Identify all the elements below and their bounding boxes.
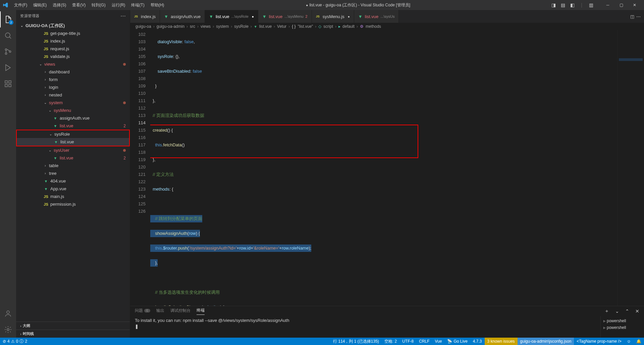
file-request-js[interactable]: JSrequest.js <box>16 45 130 53</box>
layout-grid-icon[interactable]: ▥ <box>587 1 595 9</box>
file-get-page-title[interactable]: JSget-page-title.js <box>16 29 130 37</box>
editor-area: JSindex.js ▼assignAuth.vue ▼list.vue...\… <box>130 10 644 338</box>
minimize-button[interactable]: ─ <box>601 0 614 10</box>
breadcrumbs[interactable]: guigu-oa› guigu-oa-admin› src› views› sy… <box>130 23 644 30</box>
tab-list-sysrole[interactable]: ▼list.vue...\sysRole● <box>205 10 258 23</box>
status-feedback-icon[interactable]: ☺ <box>624 338 634 345</box>
layout-right-icon[interactable]: ◧ <box>568 1 576 9</box>
file-list-sysrole[interactable]: ▼list.vue <box>17 138 129 146</box>
folder-nested[interactable]: ›nested <box>16 91 130 99</box>
menu-view[interactable]: 查看(V) <box>69 1 88 9</box>
svg-rect-5 <box>9 81 11 83</box>
terminal-item-1[interactable]: ▹powershell <box>603 318 641 324</box>
file-list-sysuser[interactable]: ▼list.vue2 <box>16 154 130 162</box>
menu-selection[interactable]: 选择(S) <box>50 1 69 9</box>
file-assignauth[interactable]: ▼assignAuth.vue <box>16 114 130 122</box>
terminal-output[interactable]: To install it, you can run: npm install … <box>130 316 600 338</box>
tab-sysmenu-js[interactable]: JSsysMenu.js● <box>312 10 354 23</box>
lightbulb-icon[interactable]: 💡 <box>150 126 151 133</box>
status-language[interactable]: Vue <box>432 338 445 345</box>
panel-add-icon[interactable]: ＋ <box>604 308 609 314</box>
tab-index-js[interactable]: JSindex.js <box>130 10 160 23</box>
activity-explorer[interactable]: 2 <box>0 11 16 27</box>
panel-maximize-icon[interactable]: ⌃ <box>625 308 629 314</box>
svg-point-1 <box>5 49 7 51</box>
menu-terminal[interactable]: 终端(T) <box>128 1 147 9</box>
activity-account[interactable] <box>0 305 16 322</box>
tab-assignauth[interactable]: ▼assignAuth.vue <box>160 10 205 23</box>
terminal-item-2[interactable]: ▹powershell <box>603 324 641 331</box>
outline-section[interactable]: ›大纲 <box>16 322 130 330</box>
file-index-js[interactable]: JSindex.js <box>16 37 130 45</box>
status-bell-icon[interactable]: 🔔 <box>634 338 644 345</box>
svg-point-8 <box>7 311 9 314</box>
svg-point-9 <box>7 329 9 331</box>
svg-rect-4 <box>5 81 7 83</box>
menu-help[interactable]: 帮助(H) <box>148 1 167 9</box>
file-mainjs[interactable]: JSmain.js <box>16 193 130 200</box>
folder-dashboard[interactable]: ›dashboard <box>16 68 130 76</box>
menu-go[interactable]: 转到(G) <box>89 1 108 9</box>
code-editor[interactable]: 1021031041051061071081091101111121131141… <box>130 30 644 306</box>
status-errors[interactable]: ⊘4⚠0ⓘ2 <box>0 338 30 345</box>
maximize-button[interactable]: ▢ <box>614 0 628 10</box>
folder-table[interactable]: ›table <box>16 162 130 169</box>
folder-views[interactable]: ⌄views <box>16 60 130 68</box>
sidebar-more-icon[interactable]: ⋯ <box>120 13 126 19</box>
menu-run[interactable]: 运行(R) <box>109 1 128 9</box>
activity-extensions[interactable] <box>0 76 16 92</box>
status-version[interactable]: 4.7.3 <box>470 338 485 345</box>
layout-left-icon[interactable]: ◨ <box>549 1 557 9</box>
folder-system[interactable]: ⌄system <box>16 99 130 107</box>
minimap[interactable] <box>617 30 644 306</box>
line-gutter: 1021031041051061071081091101111121131141… <box>130 30 150 306</box>
panel-terminal[interactable]: 终端 <box>197 307 205 315</box>
timeline-section[interactable]: ›时间线 <box>16 330 130 338</box>
folder-sysrole[interactable]: ⌄sysRole <box>17 130 129 138</box>
layout-bottom-icon[interactable]: ▤ <box>559 1 567 9</box>
panel-dropdown-icon[interactable]: ⌄ <box>615 308 619 314</box>
bottom-panel: 问题6 输出 调试控制台 终端 ＋ ⌄ ⌃ ✕ To install it, y… <box>130 306 644 338</box>
panel-debug[interactable]: 调试控制台 <box>170 308 191 315</box>
folder-form[interactable]: ›form <box>16 76 130 83</box>
tab-list-sysus[interactable]: ▼list.vue...\sysUs <box>354 10 399 23</box>
folder-tree[interactable]: ›tree <box>16 169 130 177</box>
close-button[interactable]: ✕ <box>628 0 641 10</box>
status-encoding[interactable]: UTF-8 <box>399 338 416 345</box>
tab-list-sysmenu[interactable]: ▼list.vue...\sysMenu2 <box>258 10 312 23</box>
activity-search[interactable] <box>0 27 16 44</box>
tab-more-icon[interactable]: ⋯ <box>636 14 641 19</box>
folder-login[interactable]: ›login <box>16 83 130 91</box>
menu-edit[interactable]: 编辑(E) <box>31 1 49 9</box>
status-vetur-tag[interactable]: <TagName prop-name /> <box>574 338 624 345</box>
file-validate-js[interactable]: JSvalidate.js <box>16 53 130 60</box>
menu-bar: 文件(F) 编辑(E) 选择(S) 查看(V) 转到(G) 运行(R) 终端(T… <box>11 1 167 9</box>
file-permissionjs[interactable]: JSpermission.js <box>16 200 130 208</box>
svg-point-2 <box>5 53 7 55</box>
workspace-root[interactable]: ⌄GUIGU-OA (工作区) <box>16 22 130 29</box>
status-bar: ⊘4⚠0ⓘ2 行 114，列 1 (已选择135) 空格: 2 UTF-8 CR… <box>0 338 644 345</box>
folder-sysmenu[interactable]: ⌄sysMenu <box>16 107 130 114</box>
activity-settings[interactable] <box>0 322 16 338</box>
status-eol[interactable]: CRLF <box>416 338 432 345</box>
code-content[interactable]: dialogVisible: false, sysRole: {}, saveB… <box>150 30 617 306</box>
panel-close-icon[interactable]: ✕ <box>635 308 639 314</box>
folder-sysuser[interactable]: ⌄sysUser <box>16 146 130 154</box>
status-spaces[interactable]: 空格: 2 <box>382 338 399 345</box>
file-404[interactable]: ▼404.vue <box>16 177 130 185</box>
split-editor-icon[interactable]: ◫ <box>630 14 634 19</box>
status-jsconfig[interactable]: guigu-oa-admin\jsconfig.json <box>518 338 574 345</box>
status-issues[interactable]: 3 known issues <box>485 338 518 345</box>
sidebar: 资源管理器 ⋯ ⌄GUIGU-OA (工作区) JSget-page-title… <box>16 10 130 338</box>
window-title: list.vue - guigu-oa (工作区) - Visual Studi… <box>167 2 549 8</box>
file-list-sysmenu[interactable]: ▼list.vue2 <box>16 122 130 130</box>
activity-run[interactable] <box>0 60 16 76</box>
menu-file[interactable]: 文件(F) <box>11 1 30 9</box>
panel-problems[interactable]: 问题6 <box>135 308 150 315</box>
panel-output[interactable]: 输出 <box>156 308 164 315</box>
status-cursor[interactable]: 行 114，列 1 (已选择135) <box>330 338 382 345</box>
vscode-logo-icon <box>3 2 8 8</box>
file-appvue[interactable]: ▼App.vue <box>16 185 130 193</box>
activity-scm[interactable] <box>0 44 16 60</box>
status-golive[interactable]: 📡Go Live <box>444 338 470 345</box>
